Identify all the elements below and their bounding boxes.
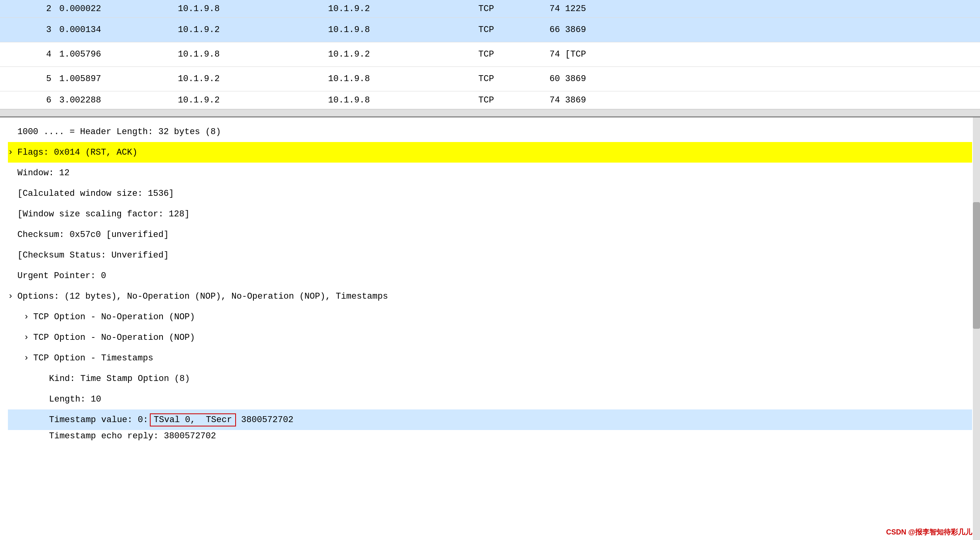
expand-arrow-icon[interactable]: › xyxy=(24,312,33,322)
detail-calc-window[interactable]: [Calculated window size: 1536] xyxy=(8,183,972,204)
no-arrow-icon xyxy=(8,250,17,260)
detail-options[interactable]: › Options: (12 bytes), No-Operation (NOP… xyxy=(8,286,972,307)
detail-text: Options: (12 bytes), No-Operation (NOP),… xyxy=(17,292,388,301)
col-len: 74 1225 xyxy=(549,4,668,14)
detail-text: Urgent Pointer: 0 xyxy=(17,271,106,281)
table-row[interactable]: 4 1.005796 10.1.9.8 10.1.9.2 TCP 74 [TCP xyxy=(0,42,980,67)
detail-text: Window: 12 xyxy=(17,168,70,178)
detail-text: [Window size scaling factor: 128] xyxy=(17,209,190,219)
detail-text: Timestamp value: 0: xyxy=(49,415,148,425)
col-len: 66 3869 xyxy=(549,25,668,35)
col-proto: TCP xyxy=(478,95,549,105)
no-arrow-icon xyxy=(8,127,17,137)
detail-tsecr[interactable]: Timestamp echo reply: 3800572702 xyxy=(8,430,972,442)
horizontal-scrollbar[interactable] xyxy=(0,109,980,116)
col-src: 10.1.9.8 xyxy=(178,49,328,59)
col-dst: 10.1.9.2 xyxy=(328,49,478,59)
col-time: 1.005897 xyxy=(59,74,178,84)
packet-detail: 1000 .... = Header Length: 32 bytes (8) … xyxy=(0,117,980,540)
detail-text-after: 3800572702 xyxy=(236,415,293,425)
main-container: 2 0.000022 10.1.9.8 10.1.9.2 TCP 74 1225… xyxy=(0,0,980,540)
table-row[interactable]: 6 3.002288 10.1.9.2 10.1.9.8 TCP 74 3869 xyxy=(0,91,980,109)
detail-text: TCP Option - Timestamps xyxy=(33,353,153,363)
col-dst: 10.1.9.8 xyxy=(328,95,478,105)
col-dst: 10.1.9.2 xyxy=(328,4,478,14)
col-num: 3 xyxy=(4,25,59,35)
col-time: 0.000134 xyxy=(59,25,178,35)
packet-table: 2 0.000022 10.1.9.8 10.1.9.2 TCP 74 1225… xyxy=(0,0,980,117)
watermark: CSDN @报李智知待彩几儿 xyxy=(886,527,972,537)
expand-arrow-icon[interactable]: › xyxy=(8,292,17,301)
col-num: 6 xyxy=(4,95,59,105)
red-box-tsval: TSval 0, TSecr xyxy=(150,413,236,426)
expand-arrow-icon[interactable]: › xyxy=(24,333,33,343)
table-row[interactable]: 3 0.000134 10.1.9.2 10.1.9.8 TCP 66 3869 xyxy=(0,18,980,42)
no-arrow-icon xyxy=(8,189,17,199)
col-len: 74 3869 xyxy=(549,95,668,105)
col-src: 10.1.9.8 xyxy=(178,4,328,14)
col-proto: TCP xyxy=(478,25,549,35)
col-time: 1.005796 xyxy=(59,49,178,59)
expand-arrow-icon[interactable]: › xyxy=(8,148,17,157)
detail-text: [Checksum Status: Unverified] xyxy=(17,250,169,260)
detail-flags[interactable]: › Flags: 0x014 (RST, ACK) xyxy=(8,142,972,163)
col-proto: TCP xyxy=(478,4,549,14)
expand-arrow-icon[interactable]: › xyxy=(24,353,33,363)
detail-text: 1000 .... = Header Length: 32 bytes (8) xyxy=(17,127,221,137)
detail-text: Kind: Time Stamp Option (8) xyxy=(49,374,190,384)
detail-checksum[interactable]: Checksum: 0x57c0 [unverified] xyxy=(8,224,972,245)
detail-tcp-opt-nop1[interactable]: › TCP Option - No-Operation (NOP) xyxy=(8,307,972,327)
detail-tsval[interactable]: Timestamp value: 0: TSval 0, TSecr 38005… xyxy=(8,409,972,430)
no-arrow-icon xyxy=(8,271,17,281)
col-src: 10.1.9.2 xyxy=(178,25,328,35)
detail-text: TCP Option - No-Operation (NOP) xyxy=(33,312,195,322)
detail-tcp-opt-nop2[interactable]: › TCP Option - No-Operation (NOP) xyxy=(8,327,972,348)
no-arrow-icon xyxy=(40,374,49,384)
table-row[interactable]: 2 0.000022 10.1.9.8 10.1.9.2 TCP 74 1225 xyxy=(0,0,980,18)
col-src: 10.1.9.2 xyxy=(178,95,328,105)
scrollbar-thumb[interactable] xyxy=(973,202,980,329)
col-num: 2 xyxy=(4,4,59,14)
col-proto: TCP xyxy=(478,49,549,59)
vertical-scrollbar[interactable] xyxy=(973,117,980,540)
detail-length[interactable]: Length: 10 xyxy=(8,389,972,409)
col-len: 60 3869 xyxy=(549,74,668,84)
no-arrow-icon xyxy=(8,209,17,219)
col-time: 3.002288 xyxy=(59,95,178,105)
detail-text: TCP Option - No-Operation (NOP) xyxy=(33,333,195,343)
col-src: 10.1.9.2 xyxy=(178,74,328,84)
col-time: 0.000022 xyxy=(59,4,178,14)
detail-window[interactable]: Window: 12 xyxy=(8,163,972,183)
detail-window-scale[interactable]: [Window size scaling factor: 128] xyxy=(8,204,972,224)
detail-tcp-opt-ts[interactable]: › TCP Option - Timestamps xyxy=(8,348,972,368)
detail-text: Timestamp echo reply: 3800572702 xyxy=(49,431,216,441)
detail-urgent-ptr[interactable]: Urgent Pointer: 0 xyxy=(8,265,972,286)
col-num: 4 xyxy=(4,49,59,59)
no-arrow-icon xyxy=(40,394,49,404)
col-num: 5 xyxy=(4,74,59,84)
detail-kind[interactable]: Kind: Time Stamp Option (8) xyxy=(8,368,972,389)
no-arrow-icon xyxy=(40,415,49,425)
no-arrow-icon xyxy=(40,431,49,441)
detail-text: Length: 10 xyxy=(49,394,101,404)
col-len: 74 [TCP xyxy=(549,49,668,59)
col-proto: TCP xyxy=(478,74,549,84)
col-dst: 10.1.9.8 xyxy=(328,74,478,84)
detail-header-length[interactable]: 1000 .... = Header Length: 32 bytes (8) xyxy=(8,121,972,142)
detail-text: Flags: 0x014 (RST, ACK) xyxy=(17,148,138,157)
table-row[interactable]: 5 1.005897 10.1.9.2 10.1.9.8 TCP 60 3869 xyxy=(0,67,980,91)
col-dst: 10.1.9.8 xyxy=(328,25,478,35)
detail-text: [Calculated window size: 1536] xyxy=(17,189,174,199)
detail-checksum-status[interactable]: [Checksum Status: Unverified] xyxy=(8,245,972,265)
detail-text: Checksum: 0x57c0 [unverified] xyxy=(17,230,169,240)
no-arrow-icon xyxy=(8,230,17,240)
no-arrow-icon xyxy=(8,168,17,178)
